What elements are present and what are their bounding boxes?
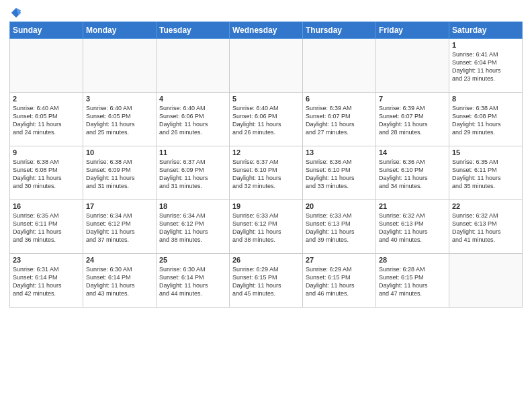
day-info: Sunrise: 6:38 AM Sunset: 6:08 PM Dayligh… [452, 104, 519, 137]
day-number: 11 [159, 148, 226, 156]
calendar-cell: 25Sunrise: 6:30 AM Sunset: 6:14 PM Dayli… [157, 254, 230, 308]
day-number: 21 [379, 202, 446, 210]
day-info: Sunrise: 6:38 AM Sunset: 6:09 PM Dayligh… [86, 158, 153, 191]
day-info: Sunrise: 6:33 AM Sunset: 6:12 PM Dayligh… [232, 212, 300, 244]
day-number: 24 [86, 256, 153, 264]
calendar-cell: 4Sunrise: 6:40 AM Sunset: 6:06 PM Daylig… [157, 93, 230, 146]
day-info: Sunrise: 6:37 AM Sunset: 6:09 PM Dayligh… [159, 158, 226, 191]
calendar-header-row: SundayMondayTuesdayWednesdayThursdayFrid… [10, 22, 523, 39]
day-number: 23 [13, 256, 80, 264]
day-number: 3 [86, 95, 153, 103]
day-info: Sunrise: 6:34 AM Sunset: 6:12 PM Dayligh… [159, 212, 226, 244]
day-number: 2 [13, 95, 80, 103]
day-info: Sunrise: 6:28 AM Sunset: 6:15 PM Dayligh… [379, 265, 446, 298]
calendar-header-thursday: Thursday [303, 22, 376, 39]
day-info: Sunrise: 6:31 AM Sunset: 6:14 PM Dayligh… [13, 265, 80, 298]
calendar-week-2: 9Sunrise: 6:38 AM Sunset: 6:08 PM Daylig… [10, 146, 523, 200]
header [9, 7, 523, 17]
page: SundayMondayTuesdayWednesdayThursdayFrid… [0, 0, 532, 411]
calendar-cell [449, 254, 523, 308]
calendar-cell [230, 39, 303, 93]
day-info: Sunrise: 6:39 AM Sunset: 6:07 PM Dayligh… [379, 104, 446, 137]
day-number: 17 [86, 202, 153, 210]
day-number: 1 [452, 41, 519, 49]
day-number: 14 [379, 148, 446, 156]
calendar-cell: 24Sunrise: 6:30 AM Sunset: 6:14 PM Dayli… [83, 254, 157, 308]
calendar-week-3: 16Sunrise: 6:35 AM Sunset: 6:11 PM Dayli… [10, 200, 523, 254]
calendar-cell: 19Sunrise: 6:33 AM Sunset: 6:12 PM Dayli… [230, 200, 303, 254]
calendar-cell: 7Sunrise: 6:39 AM Sunset: 6:07 PM Daylig… [376, 93, 449, 146]
calendar-cell: 1Sunrise: 6:41 AM Sunset: 6:04 PM Daylig… [449, 39, 523, 93]
calendar-cell: 23Sunrise: 6:31 AM Sunset: 6:14 PM Dayli… [10, 254, 83, 308]
day-number: 28 [379, 256, 446, 264]
calendar: SundayMondayTuesdayWednesdayThursdayFrid… [9, 21, 523, 308]
day-number: 10 [86, 148, 153, 156]
calendar-cell: 10Sunrise: 6:38 AM Sunset: 6:09 PM Dayli… [83, 146, 157, 200]
day-number: 8 [452, 95, 519, 103]
day-number: 7 [379, 95, 446, 103]
calendar-cell: 8Sunrise: 6:38 AM Sunset: 6:08 PM Daylig… [449, 93, 523, 146]
calendar-header-friday: Friday [376, 22, 449, 39]
day-info: Sunrise: 6:35 AM Sunset: 6:11 PM Dayligh… [452, 158, 519, 191]
calendar-cell: 3Sunrise: 6:40 AM Sunset: 6:05 PM Daylig… [83, 93, 157, 146]
calendar-cell [303, 39, 376, 93]
day-info: Sunrise: 6:36 AM Sunset: 6:10 PM Dayligh… [306, 158, 373, 191]
calendar-header-wednesday: Wednesday [230, 22, 303, 39]
calendar-cell: 15Sunrise: 6:35 AM Sunset: 6:11 PM Dayli… [449, 146, 523, 200]
calendar-header-saturday: Saturday [449, 22, 523, 39]
calendar-cell: 11Sunrise: 6:37 AM Sunset: 6:09 PM Dayli… [157, 146, 230, 200]
day-info: Sunrise: 6:35 AM Sunset: 6:11 PM Dayligh… [13, 212, 80, 244]
day-number: 26 [232, 256, 300, 264]
day-info: Sunrise: 6:39 AM Sunset: 6:07 PM Dayligh… [306, 104, 373, 137]
calendar-cell: 18Sunrise: 6:34 AM Sunset: 6:12 PM Dayli… [157, 200, 230, 254]
calendar-week-0: 1Sunrise: 6:41 AM Sunset: 6:04 PM Daylig… [10, 39, 523, 93]
day-info: Sunrise: 6:34 AM Sunset: 6:12 PM Dayligh… [86, 212, 153, 244]
calendar-cell: 27Sunrise: 6:29 AM Sunset: 6:15 PM Dayli… [303, 254, 376, 308]
day-number: 20 [306, 202, 373, 210]
day-info: Sunrise: 6:33 AM Sunset: 6:13 PM Dayligh… [306, 212, 373, 244]
day-info: Sunrise: 6:41 AM Sunset: 6:04 PM Dayligh… [452, 50, 519, 83]
day-number: 15 [452, 148, 519, 156]
calendar-cell: 6Sunrise: 6:39 AM Sunset: 6:07 PM Daylig… [303, 93, 376, 146]
day-number: 9 [13, 148, 80, 156]
day-number: 27 [306, 256, 373, 264]
day-info: Sunrise: 6:29 AM Sunset: 6:15 PM Dayligh… [306, 265, 373, 298]
calendar-cell [83, 39, 157, 93]
day-info: Sunrise: 6:40 AM Sunset: 6:05 PM Dayligh… [86, 104, 153, 137]
calendar-header-sunday: Sunday [10, 22, 83, 39]
day-number: 22 [452, 202, 519, 210]
logo [9, 7, 22, 17]
day-info: Sunrise: 6:36 AM Sunset: 6:10 PM Dayligh… [379, 158, 446, 191]
day-info: Sunrise: 6:40 AM Sunset: 6:06 PM Dayligh… [159, 104, 226, 137]
calendar-cell: 13Sunrise: 6:36 AM Sunset: 6:10 PM Dayli… [303, 146, 376, 200]
calendar-cell [157, 39, 230, 93]
calendar-cell: 21Sunrise: 6:32 AM Sunset: 6:13 PM Dayli… [376, 200, 449, 254]
logo-icon [10, 7, 22, 19]
day-number: 4 [159, 95, 226, 103]
calendar-header-tuesday: Tuesday [157, 22, 230, 39]
day-info: Sunrise: 6:32 AM Sunset: 6:13 PM Dayligh… [379, 212, 446, 244]
day-number: 25 [159, 256, 226, 264]
calendar-header-monday: Monday [83, 22, 157, 39]
day-info: Sunrise: 6:30 AM Sunset: 6:14 PM Dayligh… [86, 265, 153, 298]
day-number: 19 [232, 202, 300, 210]
calendar-cell: 14Sunrise: 6:36 AM Sunset: 6:10 PM Dayli… [376, 146, 449, 200]
day-number: 16 [13, 202, 80, 210]
day-info: Sunrise: 6:40 AM Sunset: 6:06 PM Dayligh… [232, 104, 300, 137]
day-info: Sunrise: 6:37 AM Sunset: 6:10 PM Dayligh… [232, 158, 300, 191]
calendar-cell: 17Sunrise: 6:34 AM Sunset: 6:12 PM Dayli… [83, 200, 157, 254]
calendar-cell: 5Sunrise: 6:40 AM Sunset: 6:06 PM Daylig… [230, 93, 303, 146]
calendar-cell: 20Sunrise: 6:33 AM Sunset: 6:13 PM Dayli… [303, 200, 376, 254]
day-number: 13 [306, 148, 373, 156]
calendar-cell: 9Sunrise: 6:38 AM Sunset: 6:08 PM Daylig… [10, 146, 83, 200]
calendar-week-1: 2Sunrise: 6:40 AM Sunset: 6:05 PM Daylig… [10, 93, 523, 146]
calendar-cell: 2Sunrise: 6:40 AM Sunset: 6:05 PM Daylig… [10, 93, 83, 146]
day-number: 12 [232, 148, 300, 156]
calendar-cell [10, 39, 83, 93]
day-info: Sunrise: 6:38 AM Sunset: 6:08 PM Dayligh… [13, 158, 80, 191]
calendar-cell [376, 39, 449, 93]
calendar-week-4: 23Sunrise: 6:31 AM Sunset: 6:14 PM Dayli… [10, 254, 523, 308]
day-info: Sunrise: 6:29 AM Sunset: 6:15 PM Dayligh… [232, 265, 300, 298]
calendar-cell: 26Sunrise: 6:29 AM Sunset: 6:15 PM Dayli… [230, 254, 303, 308]
calendar-cell: 16Sunrise: 6:35 AM Sunset: 6:11 PM Dayli… [10, 200, 83, 254]
